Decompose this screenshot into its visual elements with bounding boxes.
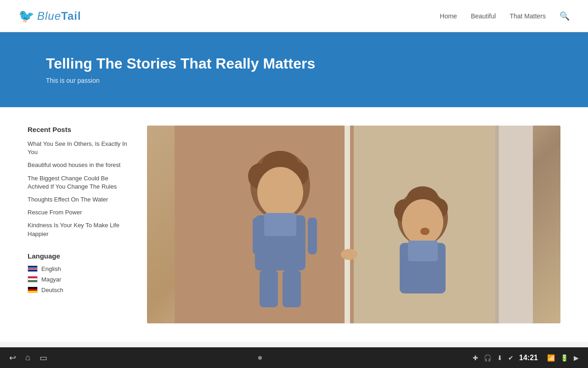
- flag-hu: [28, 276, 38, 282]
- logo-text: BlueTail: [37, 10, 81, 23]
- nav-home[interactable]: Home: [440, 12, 457, 20]
- svg-rect-12: [264, 213, 296, 236]
- search-button[interactable]: 🔍: [560, 11, 570, 21]
- list-item: What You See In Others, Is Exactly In Yo…: [28, 140, 129, 156]
- post-link[interactable]: Rescue From Power: [28, 209, 82, 216]
- recent-posts-section: Recent Posts What You See In Others, Is …: [28, 126, 129, 238]
- flag-uk: [28, 265, 38, 272]
- post-link[interactable]: Thoughts Effect On The Water: [28, 196, 108, 203]
- list-item: Thoughts Effect On The Water: [28, 196, 129, 204]
- post-link[interactable]: Kindness Is Your Key To Make Life Happie…: [28, 222, 119, 237]
- list-item: The Biggest Change Could Be Achived If Y…: [28, 174, 129, 191]
- flag-de: [28, 287, 38, 293]
- svg-point-20: [420, 228, 430, 235]
- list-item: Kindness Is Your Key To Make Life Happie…: [28, 221, 129, 238]
- language-link[interactable]: English: [41, 265, 61, 272]
- post-link[interactable]: What You See In Others, Is Exactly In Yo…: [28, 140, 127, 155]
- language-item: Magyar: [28, 276, 129, 283]
- hero-subtitle: This is our passion: [46, 77, 570, 84]
- main-nav: Home Beautiful That Matters 🔍: [440, 11, 570, 21]
- main-content: Recent Posts What You See In Others, Is …: [0, 107, 588, 342]
- content-area: [147, 126, 560, 323]
- svg-rect-13: [260, 270, 278, 307]
- language-section: Language EnglishMagyarDeutsch: [28, 252, 129, 293]
- recent-posts-heading: Recent Posts: [28, 126, 129, 133]
- hero-banner: Telling The Stories That Really Matters …: [0, 32, 588, 107]
- svg-rect-11: [308, 218, 317, 254]
- header: 🐦 BlueTail Home Beautiful That Matters 🔍: [0, 0, 588, 32]
- nav-beautiful[interactable]: Beautiful: [471, 12, 496, 20]
- post-link[interactable]: The Biggest Change Could Be Achived If Y…: [28, 175, 117, 190]
- language-item: English: [28, 265, 129, 272]
- svg-point-8: [257, 167, 303, 218]
- post-image-inner: [147, 126, 560, 323]
- svg-rect-14: [283, 270, 301, 307]
- svg-rect-22: [408, 241, 438, 261]
- svg-rect-25: [495, 126, 499, 323]
- sidebar: Recent Posts What You See In Others, Is …: [28, 126, 129, 323]
- post-image-svg: [175, 126, 533, 323]
- list-item: Beautiful wood houses in the forest: [28, 161, 129, 169]
- nav-that-matters[interactable]: That Matters: [509, 12, 546, 20]
- list-item: Rescue From Power: [28, 208, 129, 217]
- svg-rect-3: [345, 126, 350, 323]
- svg-point-23: [341, 249, 357, 260]
- svg-rect-10: [253, 218, 262, 254]
- languages-list: EnglishMagyarDeutsch: [28, 265, 129, 293]
- posts-list: What You See In Others, Is Exactly In Yo…: [28, 140, 129, 238]
- language-item: Deutsch: [28, 287, 129, 293]
- post-featured-image: [147, 126, 560, 323]
- hero-title: Telling The Stories That Really Matters: [46, 55, 570, 72]
- bird-icon: 🐦: [18, 8, 34, 23]
- logo[interactable]: 🐦 BlueTail: [18, 8, 81, 23]
- language-link[interactable]: Magyar: [41, 276, 61, 283]
- language-link[interactable]: Deutsch: [41, 287, 63, 293]
- post-link[interactable]: Beautiful wood houses in the forest: [28, 161, 120, 168]
- language-heading: Language: [28, 252, 129, 260]
- svg-rect-24: [496, 126, 533, 323]
- svg-point-19: [402, 199, 443, 245]
